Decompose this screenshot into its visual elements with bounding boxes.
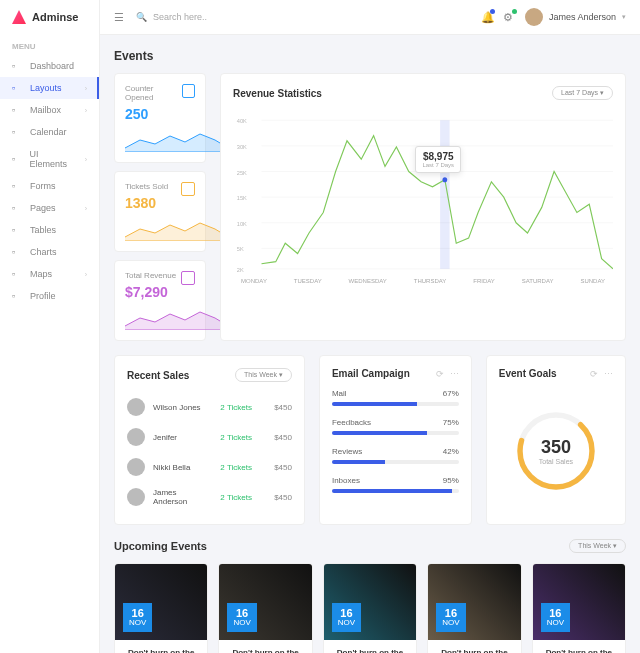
sidebar-item-layouts[interactable]: ▫Layouts› xyxy=(0,77,99,99)
sales-row: Nikki Bella2 Tickets$450 xyxy=(127,452,292,482)
revenue-title: Revenue Statistics xyxy=(233,88,322,99)
sales-row: Wilson Jones2 Tickets$450 xyxy=(127,392,292,422)
stat-card: Counter Opened250 xyxy=(114,73,206,163)
sidebar-item-dashboard[interactable]: ▫Dashboard xyxy=(0,55,99,77)
page-title: Events xyxy=(114,49,626,63)
sidebar-item-charts[interactable]: ▫Charts xyxy=(0,241,99,263)
sidebar-item-pages[interactable]: ▫Pages› xyxy=(0,197,99,219)
nav-icon: ▫ xyxy=(12,225,22,235)
progress-row: Inboxes95% xyxy=(332,476,459,493)
event-image: 16NOV xyxy=(533,564,625,640)
event-image: 16NOV xyxy=(428,564,520,640)
settings-icon[interactable]: ⚙ xyxy=(503,11,515,23)
sales-row: Jenifer2 Tickets$450 xyxy=(127,422,292,452)
event-card: 16NOVDon't burn on the grillVenue: Los A… xyxy=(532,563,626,653)
event-card: 16NOVDon't burn on the grillVenue: Los A… xyxy=(427,563,521,653)
search-icon: 🔍 xyxy=(136,12,147,22)
event-image: 16NOV xyxy=(324,564,416,640)
nav-icon: ▫ xyxy=(12,127,22,137)
refresh-icon[interactable]: ⟳ xyxy=(436,369,444,379)
svg-text:10K: 10K xyxy=(237,221,247,227)
nav-icon: ▫ xyxy=(12,105,22,115)
stat-card: Total Revenue$7,290 xyxy=(114,260,206,341)
nav-icon: ▫ xyxy=(12,154,22,164)
stat-card: Tickets Sold1380 xyxy=(114,171,206,252)
date-badge: 16NOV xyxy=(541,603,570,632)
upcoming-filter[interactable]: This Week ▾ xyxy=(569,539,626,553)
chevron-right-icon: › xyxy=(85,156,87,163)
nav-icon: ▫ xyxy=(12,83,22,93)
sales-filter[interactable]: This Week ▾ xyxy=(235,368,292,382)
chart-x-axis: MONDAYTUESDAYWEDNESDAYTHURSDAYFRIDAYSATU… xyxy=(233,278,613,284)
progress-row: Reviews42% xyxy=(332,447,459,464)
chevron-right-icon: › xyxy=(85,271,87,278)
date-badge: 16NOV xyxy=(227,603,256,632)
search-input[interactable]: 🔍 Search here.. xyxy=(136,12,469,22)
notifications-icon[interactable]: 🔔 xyxy=(481,11,493,23)
svg-text:5K: 5K xyxy=(237,246,244,252)
date-badge: 16NOV xyxy=(123,603,152,632)
menu-toggle-icon[interactable]: ☰ xyxy=(114,11,124,24)
logo-icon xyxy=(12,10,26,24)
more-icon[interactable]: ⋯ xyxy=(604,369,613,379)
stat-icon xyxy=(181,182,195,196)
nav-icon: ▫ xyxy=(12,61,22,71)
brand-name: Adminse xyxy=(32,11,78,23)
sidebar: Adminse MENU ▫Dashboard▫Layouts›▫Mailbox… xyxy=(0,0,100,653)
avatar xyxy=(127,458,145,476)
event-card: 16NOVDon't burn on the grillVenue: Los A… xyxy=(114,563,208,653)
avatar xyxy=(127,398,145,416)
sales-row: James Anderson2 Tickets$450 xyxy=(127,482,292,512)
revenue-chart: 40K 30K 25K 15K 10K 5K 2K $8,97 xyxy=(233,110,613,274)
nav-icon: ▫ xyxy=(12,291,22,301)
stat-icon xyxy=(182,84,195,98)
event-card: 16NOVDon't burn on the grillVenue: Los A… xyxy=(323,563,417,653)
chevron-right-icon: › xyxy=(85,205,87,212)
chevron-right-icon: › xyxy=(85,85,87,92)
brand-logo[interactable]: Adminse xyxy=(0,0,99,34)
sidebar-item-profile[interactable]: ▫Profile xyxy=(0,285,99,307)
recent-sales-card: Recent Sales This Week ▾ Wilson Jones2 T… xyxy=(114,355,305,525)
nav-icon: ▫ xyxy=(12,181,22,191)
svg-point-15 xyxy=(442,177,447,182)
progress-row: Mail67% xyxy=(332,389,459,406)
nav-icon: ▫ xyxy=(12,269,22,279)
user-menu[interactable]: James Anderson ▾ xyxy=(525,8,626,26)
progress-row: Feedbacks75% xyxy=(332,418,459,435)
sidebar-item-tables[interactable]: ▫Tables xyxy=(0,219,99,241)
stat-icon xyxy=(181,271,195,285)
more-icon[interactable]: ⋯ xyxy=(450,369,459,379)
event-image: 16NOV xyxy=(115,564,207,640)
svg-text:40K: 40K xyxy=(237,118,247,124)
svg-text:15K: 15K xyxy=(237,195,247,201)
svg-text:2K: 2K xyxy=(237,267,244,273)
nav-list: ▫Dashboard▫Layouts›▫Mailbox›▫Calendar▫UI… xyxy=(0,55,99,653)
chevron-right-icon: › xyxy=(85,107,87,114)
topbar: ☰ 🔍 Search here.. 🔔 ⚙ James Anderson ▾ xyxy=(100,0,640,35)
chart-tooltip: $8,975 Last 7 Days xyxy=(415,146,461,173)
sidebar-item-forms[interactable]: ▫Forms xyxy=(0,175,99,197)
nav-icon: ▫ xyxy=(12,203,22,213)
avatar xyxy=(127,428,145,446)
refresh-icon[interactable]: ⟳ xyxy=(590,369,598,379)
sidebar-item-calendar[interactable]: ▫Calendar xyxy=(0,121,99,143)
event-image: 16NOV xyxy=(219,564,311,640)
revenue-filter[interactable]: Last 7 Days ▾ xyxy=(552,86,613,100)
sidebar-item-mailbox[interactable]: ▫Mailbox› xyxy=(0,99,99,121)
svg-rect-14 xyxy=(440,120,450,269)
date-badge: 16NOV xyxy=(436,603,465,632)
event-goals-card: Event Goals ⟳⋯ 350 Total Sales xyxy=(486,355,626,525)
nav-icon: ▫ xyxy=(12,247,22,257)
sidebar-item-ui-elements[interactable]: ▫UI Elements› xyxy=(0,143,99,175)
event-card: 16NOVDon't burn on the grillVenue: Los A… xyxy=(218,563,312,653)
avatar xyxy=(127,488,145,506)
svg-text:25K: 25K xyxy=(237,169,247,175)
sidebar-item-maps[interactable]: ▫Maps› xyxy=(0,263,99,285)
svg-text:30K: 30K xyxy=(237,144,247,150)
email-campaign-card: Email Campaign ⟳⋯ Mail67%Feedbacks75%Rev… xyxy=(319,355,472,525)
chevron-down-icon: ▾ xyxy=(622,13,626,21)
upcoming-title: Upcoming Events xyxy=(114,540,207,552)
avatar xyxy=(525,8,543,26)
date-badge: 16NOV xyxy=(332,603,361,632)
menu-label: MENU xyxy=(0,34,99,55)
